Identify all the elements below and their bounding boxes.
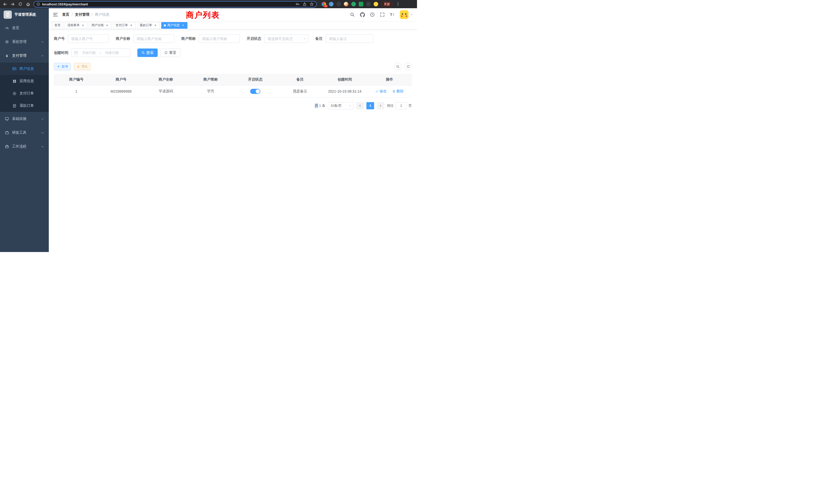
merchant-card-icon (12, 67, 17, 71)
github-icon[interactable] (360, 12, 365, 17)
url-text: localhost:1024/pay/merchant (42, 2, 88, 6)
sidebar-item-app-info[interactable]: 应用信息 (0, 75, 49, 87)
remark-input[interactable] (326, 35, 373, 43)
breadcrumb-home[interactable]: 首页 (62, 12, 69, 17)
home-icon[interactable] (26, 2, 30, 6)
bookmark-star-icon[interactable] (310, 2, 314, 6)
tab-refund-order[interactable]: 退款订单 (137, 22, 160, 29)
logo[interactable]: 芋道管理系统 (0, 8, 49, 21)
help-icon[interactable]: ? (370, 12, 375, 17)
sidebar-item-label: 商户信息 (20, 66, 34, 71)
add-button[interactable]: 新增 (54, 63, 71, 70)
reload-icon[interactable] (18, 2, 23, 6)
tab-merchant-info[interactable]: 商户信息 (161, 22, 188, 29)
sidebar-item-infrastructure[interactable]: 基础设施 (0, 112, 49, 126)
cell-merchant-no: M233666999 (98, 85, 143, 97)
fullscreen-icon[interactable] (380, 12, 385, 17)
pencil-icon (375, 90, 378, 93)
extension-icon-5[interactable] (351, 2, 356, 6)
yen-icon: ¥ (5, 54, 9, 58)
total-count: 1 (319, 104, 321, 108)
back-icon[interactable] (3, 2, 7, 6)
page-number-button[interactable]: 1 (367, 102, 374, 109)
omnibox-actions (295, 2, 314, 6)
full-name-input[interactable] (133, 35, 174, 43)
end-date-input[interactable] (103, 51, 122, 55)
sidebar-item-pay-order[interactable]: 支付订单 (0, 87, 49, 99)
status-select[interactable] (264, 35, 308, 43)
extension-icon-2[interactable] (329, 2, 333, 6)
breadcrumb-payment[interactable]: 支付管理 (69, 12, 89, 17)
kebab-menu-icon[interactable] (396, 2, 400, 6)
monitor-icon (5, 117, 9, 121)
table-row: 1 M233666999 芋道源码 芋艿 我是备注 2021-10-23 08:… (54, 85, 412, 97)
sidebar-item-dev-tools[interactable]: 研发工具 (0, 126, 49, 140)
search-icon[interactable] (350, 12, 355, 17)
sidebar-item-label: 支付管理 (12, 53, 26, 58)
col-header-actions: 操作 (367, 74, 412, 85)
next-page-button[interactable] (377, 102, 385, 109)
filter-create-time: 创建时间 - (54, 48, 130, 57)
sidebar-toggle-icon[interactable] (53, 12, 58, 17)
address-bar[interactable]: localhost:1024/pay/merchant (34, 1, 317, 7)
sidebar-item-system[interactable]: 系统管理 (0, 35, 49, 49)
search-button[interactable]: 搜索 (137, 48, 158, 57)
extension-icon-7[interactable] (366, 2, 371, 6)
chevron-down-icon (41, 41, 44, 43)
extension-icon-6[interactable] (359, 2, 363, 6)
extension-icon-1[interactable]: 10 (322, 2, 326, 6)
delete-link[interactable]: 删除 (392, 89, 404, 94)
extension-icon-8[interactable] (374, 2, 378, 6)
date-separator: - (100, 51, 101, 55)
close-icon[interactable] (181, 24, 185, 27)
merchant-no-input[interactable] (68, 35, 109, 43)
navbar: 首页 支付管理 商户信息 商户列表 ? TT (49, 8, 417, 21)
toggle-search-button[interactable] (394, 63, 401, 70)
chevron-left-icon (359, 105, 361, 107)
extension-icon-4[interactable] (344, 2, 348, 6)
close-icon[interactable] (105, 24, 109, 27)
field-label: 开启状态 (247, 37, 261, 41)
svg-text:?: ? (372, 13, 373, 16)
sidebar-item-label: 退款订单 (20, 104, 34, 108)
page-size-select[interactable]: 10条/页 (328, 102, 354, 109)
sidebar-item-refund-order[interactable]: 退款订单 (0, 99, 49, 112)
forward-icon[interactable] (10, 2, 15, 6)
reset-button[interactable]: 重置 (160, 48, 180, 57)
cell-id: 1 (54, 85, 98, 97)
sidebar-item-merchant-info[interactable]: 商户信息 (0, 63, 49, 75)
date-range-picker[interactable]: - (71, 48, 130, 57)
tab-home[interactable]: 首页 (52, 22, 63, 29)
tab-process-form[interactable]: 流程表单 (65, 22, 87, 29)
export-button[interactable]: 导出 (74, 63, 91, 70)
chevron-right-icon (379, 105, 382, 107)
password-key-icon[interactable] (295, 2, 300, 6)
toolbox-icon (5, 131, 9, 135)
tab-pay-order[interactable]: 支付订单 (113, 22, 136, 29)
tab-user-group[interactable]: 用户分组 (89, 22, 111, 29)
short-name-input[interactable] (199, 35, 240, 43)
close-icon[interactable] (154, 24, 157, 27)
status-select-input[interactable] (264, 35, 308, 43)
extension-icon-3[interactable] (336, 2, 341, 6)
pagination-total: 共 1 条 (315, 104, 325, 108)
add-button-label: 新增 (62, 64, 68, 69)
font-size-icon[interactable]: TT (390, 12, 395, 17)
site-info-icon[interactable] (37, 2, 40, 6)
close-icon[interactable] (81, 24, 85, 27)
refresh-table-button[interactable] (404, 63, 412, 70)
sidebar-item-payment[interactable]: ¥ 支付管理 (0, 49, 49, 63)
share-icon[interactable] (303, 2, 307, 6)
goto-page-input[interactable] (395, 102, 407, 109)
status-toggle[interactable] (250, 89, 260, 94)
start-date-input[interactable] (79, 51, 98, 55)
edit-link[interactable]: 修改 (375, 89, 387, 94)
page-content: 商户号 商户全称 商户简称 开启状态 (49, 30, 417, 252)
browser-update-button[interactable]: 更新 (381, 1, 393, 7)
col-header-merchant-no: 商户号 (98, 74, 143, 85)
prev-page-button[interactable] (356, 102, 364, 109)
user-avatar[interactable] (400, 10, 413, 19)
close-icon[interactable] (129, 24, 133, 27)
sidebar-item-home[interactable]: 首页 (0, 21, 49, 35)
sidebar-item-workflow[interactable]: 工作流程 (0, 140, 49, 154)
